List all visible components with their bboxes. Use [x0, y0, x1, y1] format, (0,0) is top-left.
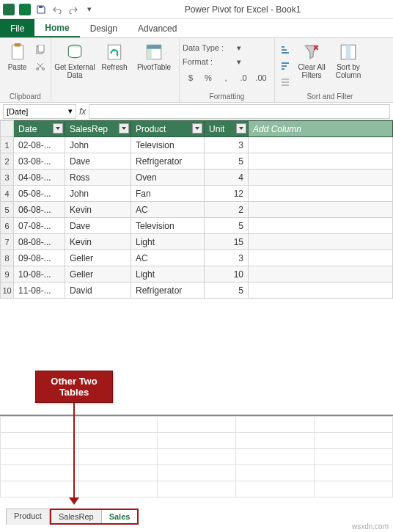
increase-decimal-button[interactable]: .0	[235, 70, 251, 85]
fx-icon[interactable]: fx	[79, 106, 86, 117]
cell-salesrep[interactable]: Geller	[65, 266, 131, 283]
tab-advanced[interactable]: Advanced	[128, 19, 187, 37]
sort-desc-icon[interactable]	[278, 59, 293, 73]
sheet-tab-sales[interactable]: Sales	[102, 510, 138, 523]
cell-date[interactable]: 05-08-...	[14, 186, 65, 202]
sort-asc-icon[interactable]	[278, 43, 293, 57]
cell-salesrep[interactable]: Kevin	[65, 234, 131, 250]
table-row[interactable]: 102-08-...JohnTelevision3	[1, 137, 393, 153]
cell-empty[interactable]	[249, 186, 393, 202]
col-unit[interactable]: Unit	[205, 121, 249, 137]
name-box[interactable]: [Date] ▾	[3, 104, 76, 119]
table-row[interactable]: 708-08-...KevinLight15	[1, 234, 393, 250]
qat-dropdown-icon[interactable]: ▾	[84, 4, 95, 15]
row-header[interactable]: 6	[1, 218, 14, 234]
filter-icon[interactable]	[192, 123, 202, 134]
cell-product[interactable]: Television	[131, 218, 205, 234]
decrease-decimal-button[interactable]: .00	[253, 70, 269, 85]
cell-date[interactable]: 07-08-...	[14, 218, 65, 234]
cell-salesrep[interactable]: John	[65, 186, 131, 202]
cell-unit[interactable]: 12	[205, 186, 249, 202]
paste-button[interactable]: Paste	[3, 40, 32, 71]
percent-button[interactable]: %	[200, 70, 216, 85]
refresh-button[interactable]: Refresh	[97, 40, 132, 71]
format-dropdown[interactable]: ▾	[237, 57, 241, 67]
cell-product[interactable]: Light	[131, 266, 205, 283]
cell-empty[interactable]	[249, 218, 393, 234]
cell-salesrep[interactable]: Dave	[65, 218, 131, 234]
cell-salesrep[interactable]: David	[65, 283, 131, 299]
cell-date[interactable]: 04-08-...	[14, 170, 65, 186]
cell-unit[interactable]: 5	[205, 283, 249, 299]
cell-product[interactable]: Television	[131, 137, 205, 153]
cell-empty[interactable]	[249, 283, 393, 299]
filter-icon[interactable]	[119, 123, 129, 134]
table-row[interactable]: 405-08-...JohnFan12	[1, 186, 393, 202]
row-header[interactable]: 7	[1, 234, 14, 250]
cell-unit[interactable]: 5	[205, 218, 249, 234]
row-header[interactable]: 9	[1, 266, 14, 283]
row-header[interactable]: 4	[1, 186, 14, 202]
row-header[interactable]: 8	[1, 250, 14, 266]
cell-product[interactable]: Oven	[131, 170, 205, 186]
table-row[interactable]: 809-08-...GellerAC3	[1, 250, 393, 266]
cell-date[interactable]: 03-08-...	[14, 153, 65, 170]
pivottable-button[interactable]: PivotTable	[133, 40, 175, 71]
table-row[interactable]: 1011-08-...DavidRefrigerator5	[1, 283, 393, 299]
datatype-dropdown[interactable]: ▾	[237, 43, 241, 53]
row-header[interactable]: 5	[1, 202, 14, 218]
clear-filters-button[interactable]: Clear All Filters	[294, 40, 329, 79]
cell-product[interactable]: Fan	[131, 186, 205, 202]
cell-product[interactable]: AC	[131, 250, 205, 266]
cell-date[interactable]: 02-08-...	[14, 137, 65, 153]
get-external-data-button[interactable]: Get External Data	[54, 40, 95, 79]
cell-date[interactable]: 08-08-...	[14, 234, 65, 250]
cell-date[interactable]: 10-08-...	[14, 266, 65, 283]
cell-date[interactable]: 09-08-...	[14, 250, 65, 266]
clear-sort-icon[interactable]	[278, 75, 293, 90]
row-header[interactable]: 10	[1, 283, 14, 299]
copy-icon[interactable]	[33, 43, 48, 57]
cell-salesrep[interactable]: Geller	[65, 250, 131, 266]
cell-salesrep[interactable]: Dave	[65, 153, 131, 170]
add-column[interactable]: Add Column	[249, 121, 393, 137]
cell-product[interactable]: Light	[131, 234, 205, 250]
table-row[interactable]: 506-08-...KevinAC2	[1, 202, 393, 218]
cut-icon[interactable]	[33, 59, 48, 73]
cell-unit[interactable]: 3	[205, 250, 249, 266]
cell-product[interactable]: AC	[131, 202, 205, 218]
currency-button[interactable]: $	[183, 70, 199, 85]
undo-icon[interactable]	[51, 4, 63, 15]
row-header[interactable]: 2	[1, 153, 14, 170]
cell-unit[interactable]: 15	[205, 234, 249, 250]
cell-empty[interactable]	[249, 266, 393, 283]
table-row[interactable]: 304-08-...RossOven4	[1, 170, 393, 186]
cell-unit[interactable]: 3	[205, 137, 249, 153]
save-icon[interactable]	[35, 4, 47, 15]
cell-unit[interactable]: 2	[205, 202, 249, 218]
cell-empty[interactable]	[249, 153, 393, 170]
table-row[interactable]: 203-08-...DaveRefrigerator5	[1, 153, 393, 170]
cell-salesrep[interactable]: Kevin	[65, 202, 131, 218]
filter-icon[interactable]	[236, 123, 246, 134]
cell-empty[interactable]	[249, 202, 393, 218]
cell-product[interactable]: Refrigerator	[131, 283, 205, 299]
row-header[interactable]: 3	[1, 170, 14, 186]
col-salesrep[interactable]: SalesRep	[65, 121, 131, 137]
cell-empty[interactable]	[249, 234, 393, 250]
tab-file[interactable]: File	[0, 19, 34, 37]
sheet-tab-salesrep[interactable]: SalesRep	[51, 510, 102, 523]
col-product[interactable]: Product	[131, 121, 205, 137]
cell-unit[interactable]: 5	[205, 153, 249, 170]
cell-empty[interactable]	[249, 137, 393, 153]
row-header[interactable]: 1	[1, 137, 14, 153]
name-box-dropdown-icon[interactable]: ▾	[68, 106, 73, 116]
table-row[interactable]: 607-08-...DaveTelevision5	[1, 218, 393, 234]
formula-input[interactable]	[89, 104, 390, 119]
redo-icon[interactable]	[67, 4, 79, 15]
cell-unit[interactable]: 10	[205, 266, 249, 283]
tab-home[interactable]: Home	[34, 19, 79, 37]
cell-empty[interactable]	[249, 170, 393, 186]
cell-salesrep[interactable]: John	[65, 137, 131, 153]
sheet-tab-product[interactable]: Product	[6, 509, 50, 525]
